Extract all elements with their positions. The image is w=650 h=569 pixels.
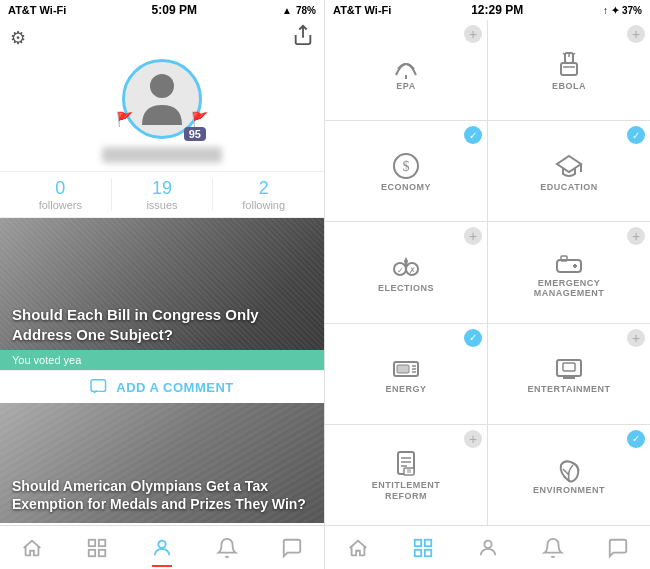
topic-plus-entitlement: + [464, 430, 482, 448]
bottom-nav-left [0, 525, 324, 569]
active-line [152, 565, 172, 567]
topic-plus-entertainment: + [627, 329, 645, 347]
topic-check-energy: ✓ [464, 329, 482, 347]
energy-label: ENERGY [385, 384, 426, 395]
top-actions: ⚙ [0, 20, 324, 55]
flag-right: 🚩 [191, 111, 208, 127]
nav-home-left[interactable] [13, 533, 51, 563]
svg-rect-9 [561, 63, 577, 75]
carrier-right: AT&T Wi-Fi [333, 4, 391, 16]
topic-plus-ebola: + [627, 25, 645, 43]
stat-followers[interactable]: 0 followers [10, 178, 111, 211]
grid-icon-right [412, 537, 434, 559]
svg-rect-27 [397, 365, 409, 373]
chat-icon-left [281, 537, 303, 559]
profile-section: 🚩 🚩 95 [0, 55, 324, 171]
svg-point-46 [484, 540, 491, 547]
stat-following[interactable]: 2 following [212, 178, 314, 211]
nav-chat-left[interactable] [273, 533, 311, 563]
education-label: EDUCATION [540, 182, 597, 193]
stats-row: 0 followers 19 issues 2 following [0, 171, 324, 218]
topic-education[interactable]: ✓ EDUCATION [488, 121, 650, 221]
svg-text:✗: ✗ [409, 266, 416, 275]
topic-energy[interactable]: ✓ ENERGY [325, 324, 487, 424]
svg-rect-42 [414, 539, 420, 545]
topic-plus-elections: + [464, 227, 482, 245]
status-bar-right: AT&T Wi-Fi 12:29 PM ↑ ✦ 37% [325, 0, 650, 20]
entertainment-label: ENTERTAINMENT [528, 384, 611, 395]
entitlement-icon [390, 448, 422, 480]
entertainment-icon [553, 352, 585, 384]
nav-grid-left[interactable] [78, 533, 116, 563]
add-comment-button[interactable]: ADD A COMMENT [0, 370, 324, 403]
content-area: Should Each Bill in Congress Only Addres… [0, 218, 324, 525]
svg-marker-16 [557, 156, 581, 172]
username-blur [102, 147, 222, 163]
ebola-label: EBOLA [552, 81, 586, 92]
carrier-left: AT&T Wi-Fi [8, 4, 66, 16]
topic-economy[interactable]: ✓ $ ECONOMY [325, 121, 487, 221]
svg-text:$: $ [403, 159, 410, 174]
svg-rect-4 [89, 549, 95, 555]
profile-icon-right [477, 537, 499, 559]
avatar-silhouette [137, 70, 187, 128]
home-icon-right [347, 537, 369, 559]
nav-bell-left[interactable] [208, 533, 246, 563]
svg-rect-32 [563, 363, 575, 371]
energy-icon [390, 352, 422, 384]
home-icon-left [21, 537, 43, 559]
topic-elections[interactable]: + ✓ ✗ ELECTIONS [325, 222, 487, 322]
topic-plus-emergency: + [627, 227, 645, 245]
topic-check-education: ✓ [627, 126, 645, 144]
emergency-icon [553, 246, 585, 278]
voted-banner: You voted yea [0, 350, 324, 370]
svg-rect-5 [99, 549, 105, 555]
settings-button[interactable]: ⚙ [10, 27, 26, 49]
svg-rect-43 [424, 539, 430, 545]
bottom-nav-right [325, 525, 650, 569]
right-panel: AT&T Wi-Fi 12:29 PM ↑ ✦ 37% + EPA + [325, 0, 650, 569]
svg-rect-22 [557, 260, 581, 272]
topic-check-environment: ✓ [627, 430, 645, 448]
nav-profile-left[interactable] [143, 533, 181, 563]
share-button[interactable] [292, 24, 314, 51]
education-icon [553, 150, 585, 182]
emergency-mgmt-label: EMERGENCY MANAGEMENT [534, 278, 605, 300]
economy-icon: $ [390, 150, 422, 182]
profile-icon-left [151, 537, 173, 559]
ebola-icon [553, 49, 585, 81]
topic-emergency-mgmt[interactable]: + EMERGENCY MANAGEMENT [488, 222, 650, 322]
grid-icon-left [86, 537, 108, 559]
environment-label: ENVIRONMENT [533, 485, 605, 496]
svg-rect-23 [561, 256, 567, 261]
bell-icon-left [216, 537, 238, 559]
nav-grid-right[interactable] [404, 533, 442, 563]
time-left: 5:09 PM [152, 3, 197, 17]
nav-chat-right[interactable] [599, 533, 637, 563]
card-olympians[interactable]: Should American Olympians Get a Tax Exem… [0, 403, 324, 523]
comment-icon [90, 379, 108, 395]
nav-profile-right[interactable] [469, 533, 507, 563]
battery-left: ▲ 78% [282, 5, 316, 16]
topic-entertainment[interactable]: + ENTERTAINMENT [488, 324, 650, 424]
topic-entitlement-reform[interactable]: + ENTITLEMENT REFORM [325, 425, 487, 525]
elections-icon: ✓ ✗ [390, 251, 422, 283]
svg-rect-44 [414, 549, 420, 555]
svg-rect-1 [91, 380, 106, 392]
topic-ebola[interactable]: + EBOLA [488, 20, 650, 120]
svg-rect-2 [89, 539, 95, 545]
left-panel: AT&T Wi-Fi 5:09 PM ▲ 78% ⚙ 🚩 🚩 [0, 0, 325, 569]
card-congress-bill[interactable]: Should Each Bill in Congress Only Addres… [0, 218, 324, 403]
topic-environment[interactable]: ✓ ENVIRONMENT [488, 425, 650, 525]
elections-label: ELECTIONS [378, 283, 434, 294]
topic-epa[interactable]: + EPA [325, 20, 487, 120]
topic-plus-epa: + [464, 25, 482, 43]
score-badge: 95 [184, 127, 206, 141]
nav-home-right[interactable] [339, 533, 377, 563]
topic-check-economy: ✓ [464, 126, 482, 144]
nav-bell-right[interactable] [534, 533, 572, 563]
flag-left: 🚩 [116, 111, 133, 127]
stat-issues[interactable]: 19 issues [111, 178, 213, 211]
card-title-1: Should Each Bill in Congress Only Addres… [12, 305, 312, 344]
battery-right: ↑ ✦ 37% [603, 5, 642, 16]
